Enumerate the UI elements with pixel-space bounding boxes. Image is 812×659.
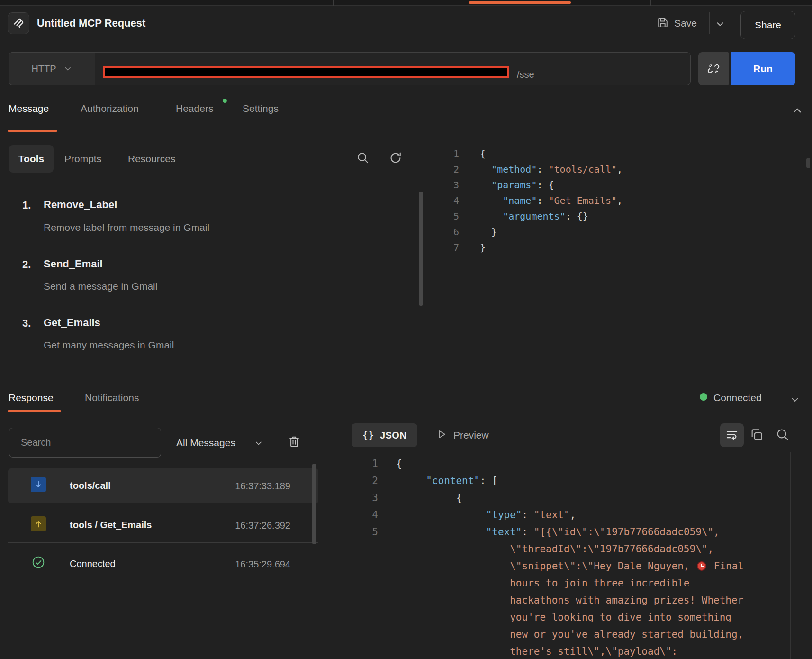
collapse-chevron-up-icon[interactable] xyxy=(791,104,803,117)
tab-headers[interactable]: Headers xyxy=(176,102,213,115)
code-line: there's still\",\"payload\": xyxy=(334,643,789,659)
row-divider xyxy=(8,582,318,582)
disconnect-button[interactable] xyxy=(698,52,729,85)
active-tab-indicator xyxy=(469,1,571,4)
save-button[interactable]: Save xyxy=(674,17,697,29)
indent-guide xyxy=(398,472,398,659)
url-suffix: /sse xyxy=(517,69,534,80)
search-input[interactable] xyxy=(9,428,161,458)
status-chevron-down-icon[interactable] xyxy=(789,394,801,405)
line-number: 6 xyxy=(425,224,459,240)
mcp-logo-icon xyxy=(12,17,25,30)
message-search[interactable] xyxy=(9,428,161,458)
wrap-text-icon xyxy=(725,428,739,442)
tool-name: Send_Email xyxy=(44,258,103,270)
code-line: you're looking to dive into something xyxy=(334,609,789,626)
connection-status[interactable]: Connected xyxy=(713,392,762,404)
tool-name: Remove_Label xyxy=(44,199,117,211)
line-number: 4 xyxy=(334,506,378,523)
protocol-label: HTTP xyxy=(31,64,56,74)
save-options-chevron-down-icon[interactable] xyxy=(715,19,725,29)
subtab-tools[interactable]: Tools xyxy=(9,145,54,173)
code-line: 2 "content": [ xyxy=(334,472,789,489)
line-number: 2 xyxy=(425,162,459,177)
tool-index: 2. xyxy=(22,258,31,271)
code-line: 1{ xyxy=(334,455,789,472)
request-code[interactable]: 1{2 "method": "tools/call",3 "params": {… xyxy=(425,146,804,256)
message-row-time: 16:37:33.189 xyxy=(189,480,290,492)
response-scroll-gutter xyxy=(790,452,791,659)
outgoing-message-icon xyxy=(31,516,46,531)
line-number: 5 xyxy=(425,209,459,224)
word-wrap-button[interactable] xyxy=(720,423,744,447)
headers-badge-dot xyxy=(223,99,227,103)
protocol-selector[interactable]: HTTP xyxy=(9,52,95,85)
tab-message[interactable]: Message xyxy=(9,102,49,115)
section-divider xyxy=(0,380,812,380)
filter-chevron-down-icon[interactable] xyxy=(254,439,263,448)
code-line: 4 "name": "Get_Emails", xyxy=(425,193,804,209)
indent-guide xyxy=(458,506,458,659)
code-line: hours to join three incredible xyxy=(334,575,789,592)
view-mode-json-button[interactable]: {} JSON xyxy=(352,423,417,447)
tool-index: 1. xyxy=(22,199,31,211)
tab-strip-divider xyxy=(650,0,651,6)
page-title[interactable]: Untitled MCP Request xyxy=(37,16,145,30)
tab-settings[interactable]: Settings xyxy=(243,102,279,115)
tools-scrollbar[interactable] xyxy=(419,192,423,306)
response-scroll-gutter xyxy=(790,452,812,452)
line-number: 2 xyxy=(334,472,378,489)
message-row-label[interactable]: Connected xyxy=(70,558,116,570)
clear-messages-trash-icon[interactable] xyxy=(287,434,301,448)
code-line: 1{ xyxy=(425,146,804,162)
message-row-time: 16:35:29.694 xyxy=(189,558,290,570)
tab-notifications[interactable]: Notifications xyxy=(85,392,139,404)
tab-authorization[interactable]: Authorization xyxy=(81,102,139,115)
line-number xyxy=(334,643,378,659)
run-button[interactable]: Run xyxy=(731,52,795,85)
code-line: 3 "params": { xyxy=(425,177,804,193)
divider xyxy=(709,12,710,34)
code-line: 3 { xyxy=(334,489,789,506)
message-filter-dropdown[interactable]: All Messages xyxy=(176,437,235,449)
response-code[interactable]: 1{2 "content": [3 {4 "type": "text",5 "t… xyxy=(334,455,789,659)
save-icon xyxy=(656,16,669,29)
alarm-clock-emoji xyxy=(697,561,706,571)
line-number xyxy=(334,592,378,609)
unlink-icon xyxy=(707,62,720,75)
incoming-message-icon xyxy=(31,477,46,492)
line-number: 5 xyxy=(334,523,378,540)
search-response-icon[interactable] xyxy=(775,427,790,442)
share-button[interactable]: Share xyxy=(740,11,795,39)
line-number xyxy=(334,626,378,643)
code-line: 6 } xyxy=(425,224,804,240)
row-divider xyxy=(8,542,318,543)
message-row-label: tools/call xyxy=(70,479,111,492)
message-list-scrollbar[interactable] xyxy=(312,464,316,544)
indent-guide xyxy=(479,162,479,240)
json-mode-label: JSON xyxy=(380,430,406,441)
tab-strip-divider xyxy=(333,0,334,6)
tool-description: Send a message in Gmail xyxy=(44,281,157,292)
line-number: 1 xyxy=(425,146,459,162)
code-line: \"snippet\":\"Hey Dale Nguyen, Final xyxy=(334,558,789,575)
chevron-down-icon xyxy=(63,64,72,73)
message-row-label[interactable]: tools / Get_Emails xyxy=(70,519,152,531)
line-number: 3 xyxy=(334,489,378,506)
subtab-prompts[interactable]: Prompts xyxy=(64,145,101,173)
line-number: 4 xyxy=(425,193,459,209)
copy-icon[interactable] xyxy=(749,427,764,442)
indent-guide xyxy=(428,489,428,659)
refresh-tools-icon[interactable] xyxy=(388,151,403,165)
tool-description: Get many messages in Gmail xyxy=(44,339,174,351)
active-tab-underline xyxy=(8,410,61,412)
line-number: 7 xyxy=(425,240,459,256)
search-tools-icon[interactable] xyxy=(356,151,370,165)
tab-response[interactable]: Response xyxy=(9,392,54,404)
subtab-resources[interactable]: Resources xyxy=(128,145,175,173)
view-mode-preview-button[interactable]: Preview xyxy=(453,429,489,441)
request-editor-scrollbar[interactable] xyxy=(806,158,810,168)
active-tab-underline xyxy=(8,130,57,132)
line-number xyxy=(334,575,378,592)
preview-play-icon[interactable] xyxy=(435,428,448,440)
